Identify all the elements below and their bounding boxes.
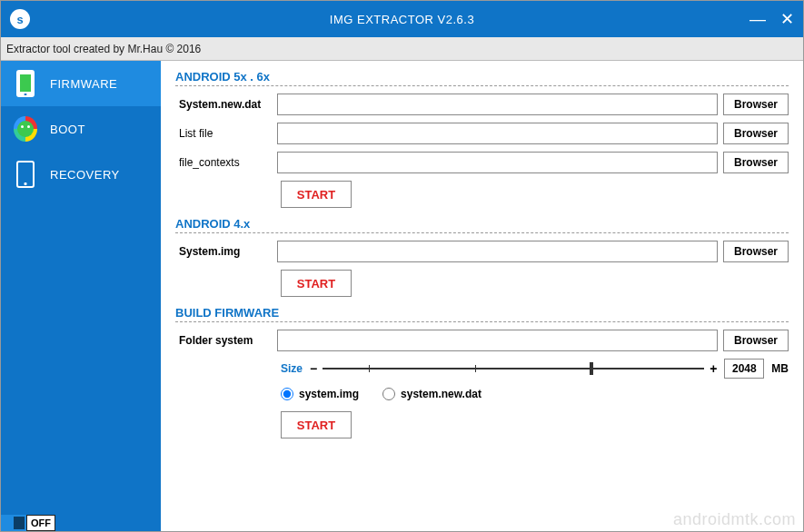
browser-button[interactable]: Browser <box>723 152 789 173</box>
start-button-android4[interactable]: START <box>281 270 352 297</box>
toggle-label: OFF <box>26 515 55 531</box>
sidebar-item-boot[interactable]: BOOT <box>1 106 161 152</box>
field-label: List file <box>175 127 277 140</box>
watermark: androidmtk.com <box>673 510 796 529</box>
field-label: System.new.dat <box>175 98 277 111</box>
start-button-android56[interactable]: START <box>281 181 352 208</box>
start-button-build[interactable]: START <box>281 411 352 438</box>
browser-button[interactable]: Browser <box>723 123 789 144</box>
title-bar: s IMG EXTRACTOR V2.6.3 ― ✕ <box>1 1 803 37</box>
section-title-build: BUILD FIRMWARE <box>175 306 789 320</box>
radio-label: system.img <box>299 388 359 400</box>
android-boot-icon <box>14 114 37 143</box>
sidebar-item-label: RECOVERY <box>50 168 120 182</box>
browser-button[interactable]: Browser <box>723 241 789 262</box>
plus-icon[interactable]: + <box>710 361 717 376</box>
window-title: IMG EXTRACTOR V2.6.3 <box>330 13 474 26</box>
sidebar-item-label: BOOT <box>50 123 85 136</box>
field-label: file_contexts <box>175 156 277 169</box>
section-title-android4: ANDROID 4.x <box>175 217 789 231</box>
status-toggle[interactable]: OFF <box>1 515 55 531</box>
file-contexts-input[interactable] <box>277 152 718 173</box>
content-panel: ANDROID 5x . 6x System.new.dat Browser L… <box>161 61 803 531</box>
field-label: System.img <box>175 245 277 258</box>
row-system-img: System.img Browser <box>175 241 789 262</box>
sidebar-item-recovery[interactable]: RECOVERY <box>1 152 161 197</box>
minus-icon[interactable]: − <box>310 361 317 376</box>
row-file-contexts: file_contexts Browser <box>175 152 789 173</box>
radio-system-new-dat[interactable]: system.new.dat <box>382 388 481 400</box>
window-controls: ― ✕ <box>749 11 794 27</box>
row-folder-system: Folder system Browser <box>175 330 789 351</box>
sidebar-item-label: FIRMWARE <box>50 77 117 91</box>
system-new-dat-input[interactable] <box>277 94 718 115</box>
divider <box>175 232 789 233</box>
size-value-input[interactable] <box>724 359 764 379</box>
slider-track[interactable] <box>323 368 704 369</box>
radio-system-img[interactable]: system.img <box>281 388 359 400</box>
phone-firmware-icon <box>14 69 37 98</box>
sidebar-item-firmware[interactable]: FIRMWARE <box>1 61 161 106</box>
folder-system-input[interactable] <box>277 330 718 351</box>
list-file-input[interactable] <box>277 123 718 144</box>
radio-input[interactable] <box>281 388 293 400</box>
minimize-icon[interactable]: ― <box>749 11 766 27</box>
sub-header: Extractor tool created by Mr.Hau © 2016 <box>1 37 803 61</box>
app-logo-icon: s <box>10 9 30 29</box>
radio-input[interactable] <box>382 388 395 400</box>
system-img-input[interactable] <box>277 241 718 262</box>
sidebar: FIRMWARE BOOT RECOVERY <box>1 61 161 531</box>
row-list-file: List file Browser <box>175 123 789 144</box>
browser-button[interactable]: Browser <box>723 330 789 351</box>
slider-thumb[interactable] <box>590 362 593 375</box>
size-label: Size <box>281 362 303 375</box>
row-system-new-dat: System.new.dat Browser <box>175 94 789 115</box>
browser-button[interactable]: Browser <box>723 94 789 115</box>
size-unit: MB <box>771 362 789 375</box>
divider <box>175 321 789 322</box>
section-title-android56: ANDROID 5x . 6x <box>175 70 789 84</box>
output-format-radios: system.img system.new.dat <box>281 388 789 400</box>
main-area: FIRMWARE BOOT RECOVERY ANDROID 5x . 6x S… <box>1 61 803 531</box>
close-icon[interactable]: ✕ <box>780 11 794 27</box>
toggle-switch-icon[interactable] <box>1 515 26 531</box>
size-slider[interactable]: − + <box>310 360 717 378</box>
field-label: Folder system <box>175 334 277 347</box>
phone-recovery-icon <box>14 160 37 189</box>
divider <box>175 85 789 86</box>
size-row: Size − + MB <box>281 359 789 379</box>
radio-label: system.new.dat <box>401 388 481 400</box>
